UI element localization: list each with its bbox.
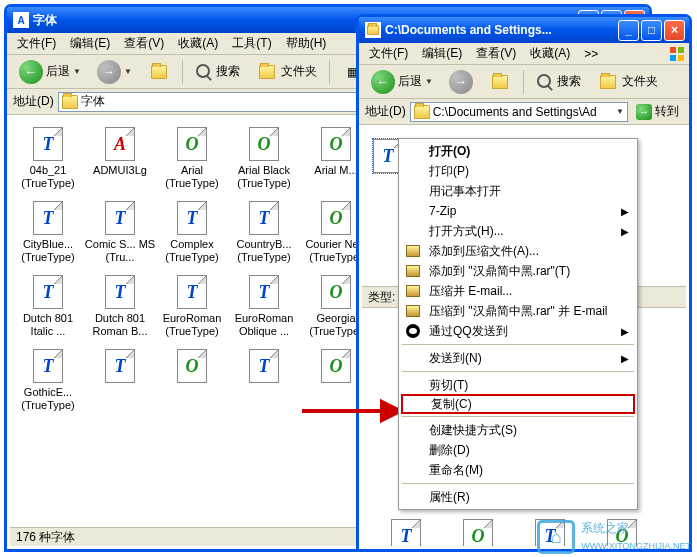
context-menu-item[interactable]: 删除(D) [401,440,635,460]
font-file-item[interactable]: T04b_21 (TrueType) [12,126,84,190]
menu-0[interactable]: 文件(F) [363,43,414,64]
menu-item-label: 属性(R) [429,489,470,506]
file-name: CityBlue... (TrueType) [12,238,84,264]
menu-separator [402,483,634,484]
context-menu-item[interactable]: 压缩并 E-mail... [401,281,635,301]
menu-item-label: 压缩并 E-mail... [429,283,512,300]
context-menu-item[interactable]: 重命名(M) [401,460,635,480]
font-file-icon: T [246,274,282,310]
font-file-icon: T [102,200,138,236]
search-icon [195,63,213,81]
context-menu-item[interactable]: 属性(R) [401,487,635,507]
font-file-icon: O [460,518,496,546]
font-file-item[interactable]: TDutch 801 Italic ... [12,274,84,338]
context-menu-item[interactable]: 通过QQ发送到▶ [401,321,635,341]
font-file-item[interactable]: TComplex (TrueType) [156,200,228,264]
context-menu-item[interactable]: 用记事本打开 [401,181,635,201]
forward-button[interactable]: → [443,66,479,98]
back-icon: ← [19,60,43,84]
submenu-arrow-icon: ▶ [621,226,629,237]
font-file-item[interactable]: T [370,518,442,546]
context-menu-item[interactable]: 发送到(N)▶ [401,348,635,368]
menu-item-label: 创建快捷方式(S) [429,422,517,439]
submenu-arrow-icon: ▶ [621,326,629,337]
context-menu-item[interactable]: 剪切(T) [401,375,635,395]
file-name: ADMUI3Lg [84,164,156,177]
menu-2[interactable]: 查看(V) [470,43,522,64]
chevron-down-icon: ▼ [73,67,81,76]
menu-item-label: 压缩到 "汉鼎简中黑.rar" 并 E-mail [429,303,608,320]
font-file-item[interactable]: TComic S... MS (Tru... [84,200,156,264]
menu-3[interactable]: 收藏(A) [172,33,224,54]
font-file-item[interactable]: TEuroRoman Oblique ... [228,274,300,338]
font-file-icon: O [174,126,210,162]
font-file-item[interactable]: TDutch 801 Roman B... [84,274,156,338]
context-menu-item[interactable]: 添加到 "汉鼎简中黑.rar"(T) [401,261,635,281]
menu-1[interactable]: 编辑(E) [64,33,116,54]
up-button[interactable] [142,57,176,87]
submenu-arrow-icon: ▶ [621,206,629,217]
close-button[interactable]: × [664,20,685,41]
menu-3[interactable]: 收藏(A) [524,43,576,64]
font-file-item[interactable]: TEuroRoman (TrueType) [156,274,228,338]
up-button[interactable] [483,67,517,97]
font-file-icon: T [30,126,66,162]
font-file-item[interactable]: OArial (TrueType) [156,126,228,190]
context-menu-item[interactable]: 打印(P) [401,161,635,181]
menu-1[interactable]: 编辑(E) [416,43,468,64]
maximize-button[interactable]: □ [641,20,662,41]
menu-item-label: 添加到压缩文件(A)... [429,243,539,260]
context-menu-item[interactable]: 打开(O) [401,141,635,161]
context-menu-item[interactable]: 复制(C) [401,394,635,414]
forward-icon: → [449,70,473,94]
folder-icon [62,95,78,109]
archive-icon [405,263,421,279]
folders-button[interactable]: 文件夹 [250,57,323,87]
menu-4[interactable]: 工具(T) [226,33,277,54]
menu-4[interactable]: >> [578,45,604,63]
svg-rect-0 [670,47,676,53]
context-menu-item[interactable]: 打开方式(H)...▶ [401,221,635,241]
context-menu-item[interactable]: 添加到压缩文件(A)... [401,241,635,261]
archive-icon [405,243,421,259]
context-menu-item[interactable]: 压缩到 "汉鼎简中黑.rar" 并 E-mail [401,301,635,321]
context-menu-item[interactable]: 创建快捷方式(S) [401,420,635,440]
search-button[interactable]: 搜索 [530,69,587,95]
font-file-item[interactable]: T [84,348,156,412]
menu-5[interactable]: 帮助(H) [280,33,333,54]
search-button[interactable]: 搜索 [189,59,246,85]
minimize-button[interactable]: _ [618,20,639,41]
menu-2[interactable]: 查看(V) [118,33,170,54]
file-name: Arial Black (TrueType) [228,164,300,190]
folder-up-icon [489,71,511,93]
font-file-item[interactable]: TGothicE... (TrueType) [12,348,84,412]
font-file-item[interactable]: O [442,518,514,546]
chevron-down-icon[interactable]: ▼ [616,107,624,116]
titlebar[interactable]: C:\Documents and Settings... _ □ × [359,17,689,43]
watermark-text: 系统之家 WWW.XITONGZHIJIA.NET [581,519,691,555]
menu-item-label: 添加到 "汉鼎简中黑.rar"(T) [429,263,570,280]
font-file-item[interactable]: O [156,348,228,412]
go-button[interactable]: → 转到 [632,101,683,122]
menu-item-label: 通过QQ发送到 [429,323,508,340]
file-name: EuroRoman Oblique ... [228,312,300,338]
font-file-item[interactable]: OArial Black (TrueType) [228,126,300,190]
context-menu-item[interactable]: 7-Zip▶ [401,201,635,221]
font-file-item[interactable]: AADMUI3Lg [84,126,156,190]
submenu-arrow-icon: ▶ [621,353,629,364]
go-icon: → [636,104,652,120]
font-file-item[interactable]: TCityBlue... (TrueType) [12,200,84,264]
folders-button[interactable]: 文件夹 [591,67,664,97]
back-button[interactable]: ← 后退 ▼ [365,66,439,98]
font-file-icon: T [388,518,424,546]
addressbar: 地址(D) C:\Documents and Settings\Ad ▼ → 转… [359,99,689,125]
back-button[interactable]: ← 后退 ▼ [13,56,87,88]
file-name: Complex (TrueType) [156,238,228,264]
forward-button[interactable]: → ▼ [91,56,138,88]
file-name: 04b_21 (TrueType) [12,164,84,190]
menu-0[interactable]: 文件(F) [11,33,62,54]
address-input[interactable]: C:\Documents and Settings\Ad ▼ [410,102,628,122]
font-file-item[interactable]: T [228,348,300,412]
font-file-item[interactable]: TCountryB... (TrueType) [228,200,300,264]
status-text: 176 种字体 [16,529,75,546]
